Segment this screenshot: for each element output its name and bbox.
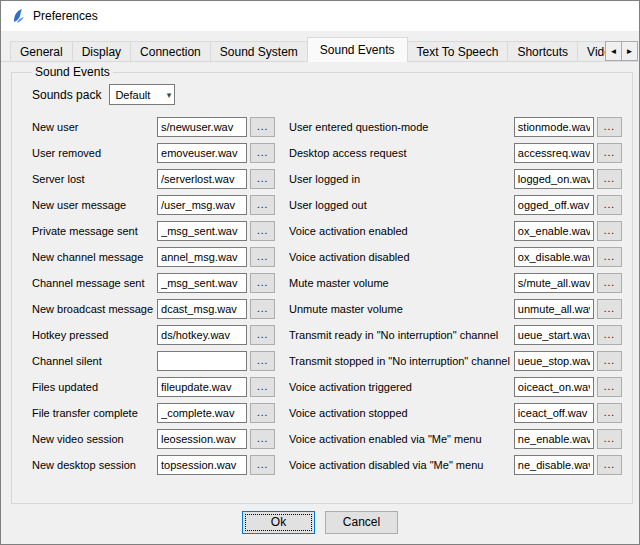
sound-event-label: Server lost bbox=[32, 173, 157, 185]
footer: Ok Cancel bbox=[1, 504, 639, 544]
sound-file-input[interactable] bbox=[514, 299, 594, 319]
sound-event-label: Channel message sent bbox=[32, 277, 157, 289]
sound-event-columns: New user ... User removed ... Server los… bbox=[32, 117, 622, 475]
browse-button[interactable]: ... bbox=[250, 195, 275, 215]
sound-event-row: Mute master volume ... bbox=[289, 273, 622, 293]
tab-scroll-right-icon[interactable]: ► bbox=[621, 41, 638, 61]
sound-event-row: Voice activation disabled ... bbox=[289, 247, 622, 267]
browse-button[interactable]: ... bbox=[597, 377, 622, 397]
sound-file-input[interactable] bbox=[514, 429, 594, 449]
sound-event-row: Hotkey pressed ... bbox=[32, 325, 275, 345]
browse-button[interactable]: ... bbox=[250, 247, 275, 267]
sound-file-input[interactable] bbox=[157, 455, 247, 475]
sound-file-input[interactable] bbox=[514, 351, 594, 371]
sound-file-input[interactable] bbox=[157, 377, 247, 397]
browse-button[interactable]: ... bbox=[250, 143, 275, 163]
sound-event-row: Unmute master volume ... bbox=[289, 299, 622, 319]
sound-file-input[interactable] bbox=[514, 117, 594, 137]
sound-file-input[interactable] bbox=[157, 117, 247, 137]
cancel-button[interactable]: Cancel bbox=[325, 511, 398, 534]
sound-file-input[interactable] bbox=[514, 247, 594, 267]
browse-button[interactable]: ... bbox=[250, 325, 275, 345]
sound-file-input[interactable] bbox=[514, 221, 594, 241]
sounds-pack-label: Sounds pack bbox=[32, 88, 101, 102]
browse-button[interactable]: ... bbox=[597, 221, 622, 241]
sound-file-input[interactable] bbox=[157, 403, 247, 423]
browse-button[interactable]: ... bbox=[597, 299, 622, 319]
sound-event-row: New user ... bbox=[32, 117, 275, 137]
browse-button[interactable]: ... bbox=[597, 455, 622, 475]
browse-button[interactable]: ... bbox=[597, 325, 622, 345]
browse-button[interactable]: ... bbox=[250, 169, 275, 189]
sound-event-row: File transfer complete ... bbox=[32, 403, 275, 423]
sound-file-input[interactable] bbox=[157, 429, 247, 449]
sound-rows-left: New user ... User removed ... Server los… bbox=[32, 117, 275, 475]
sound-event-label: Desktop access request bbox=[289, 147, 514, 159]
sound-file-input[interactable] bbox=[157, 195, 247, 215]
tab-general[interactable]: General bbox=[10, 41, 73, 62]
sound-event-label: Mute master volume bbox=[289, 277, 514, 289]
browse-button[interactable]: ... bbox=[250, 351, 275, 371]
sound-file-input[interactable] bbox=[514, 377, 594, 397]
browse-button[interactable]: ... bbox=[597, 247, 622, 267]
sound-file-input[interactable] bbox=[514, 325, 594, 345]
browse-button[interactable]: ... bbox=[250, 403, 275, 423]
browse-button[interactable]: ... bbox=[250, 455, 275, 475]
sound-event-row: New user message ... bbox=[32, 195, 275, 215]
sound-file-input[interactable] bbox=[157, 299, 247, 319]
sound-event-row: Voice activation triggered ... bbox=[289, 377, 622, 397]
sound-event-row: New desktop session ... bbox=[32, 455, 275, 475]
sound-file-input[interactable] bbox=[157, 325, 247, 345]
sound-file-input[interactable] bbox=[157, 169, 247, 189]
sound-event-label: Voice activation stopped bbox=[289, 407, 514, 419]
sound-event-row: New broadcast message ... bbox=[32, 299, 275, 319]
sound-event-label: File transfer complete bbox=[32, 407, 157, 419]
browse-button[interactable]: ... bbox=[597, 195, 622, 215]
browse-button[interactable]: ... bbox=[597, 429, 622, 449]
tab-connection[interactable]: Connection bbox=[130, 41, 211, 62]
sound-file-input[interactable] bbox=[514, 455, 594, 475]
browse-button[interactable]: ... bbox=[597, 403, 622, 423]
browse-button[interactable]: ... bbox=[597, 169, 622, 189]
browse-button[interactable]: ... bbox=[250, 221, 275, 241]
tab-sound-system[interactable]: Sound System bbox=[210, 41, 308, 62]
ok-button[interactable]: Ok bbox=[242, 511, 315, 534]
sound-event-label: New desktop session bbox=[32, 459, 157, 471]
group-title: Sound Events bbox=[32, 65, 113, 79]
sound-file-input[interactable] bbox=[157, 273, 247, 293]
browse-button[interactable]: ... bbox=[250, 377, 275, 397]
tab-text-to-speech[interactable]: Text To Speech bbox=[407, 41, 509, 62]
sound-file-input[interactable] bbox=[514, 403, 594, 423]
sound-event-label: New broadcast message bbox=[32, 303, 157, 315]
sound-event-label: Voice activation enabled via "Me" menu bbox=[289, 433, 514, 445]
tab-sound-events[interactable]: Sound Events bbox=[307, 37, 408, 62]
sound-event-label: Voice activation enabled bbox=[289, 225, 514, 237]
sound-file-input[interactable] bbox=[514, 143, 594, 163]
sound-file-input[interactable] bbox=[157, 221, 247, 241]
tab-scroll-left-icon[interactable]: ◄ bbox=[605, 41, 622, 61]
browse-button[interactable]: ... bbox=[250, 117, 275, 137]
browse-button[interactable]: ... bbox=[597, 143, 622, 163]
tab-display[interactable]: Display bbox=[72, 41, 131, 62]
sounds-pack-select[interactable]: Default ▾ bbox=[109, 84, 175, 105]
sound-file-input[interactable] bbox=[157, 351, 247, 371]
sound-event-label: New video session bbox=[32, 433, 157, 445]
sound-event-row: User removed ... bbox=[32, 143, 275, 163]
sound-file-input[interactable] bbox=[157, 247, 247, 267]
browse-button[interactable]: ... bbox=[597, 273, 622, 293]
sound-file-input[interactable] bbox=[514, 195, 594, 215]
browse-button[interactable]: ... bbox=[250, 429, 275, 449]
sound-file-input[interactable] bbox=[514, 169, 594, 189]
preferences-window: Preferences GeneralDisplayConnectionSoun… bbox=[0, 0, 640, 545]
browse-button[interactable]: ... bbox=[597, 117, 622, 137]
sound-file-input[interactable] bbox=[157, 143, 247, 163]
browse-button[interactable]: ... bbox=[597, 351, 622, 371]
sound-event-label: User removed bbox=[32, 147, 157, 159]
sound-event-label: Channel silent bbox=[32, 355, 157, 367]
sound-file-input[interactable] bbox=[514, 273, 594, 293]
browse-button[interactable]: ... bbox=[250, 299, 275, 319]
sound-event-row: User entered question-mode ... bbox=[289, 117, 622, 137]
tab-shortcuts[interactable]: Shortcuts bbox=[507, 41, 578, 62]
sound-event-row: User logged out ... bbox=[289, 195, 622, 215]
browse-button[interactable]: ... bbox=[250, 273, 275, 293]
